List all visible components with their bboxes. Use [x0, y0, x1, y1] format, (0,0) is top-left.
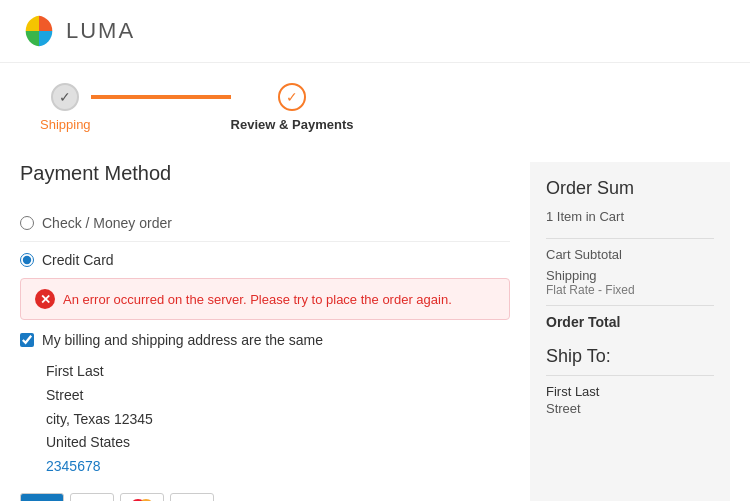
- luma-logo-icon: [20, 12, 58, 50]
- address-city-state: city, Texas 12345: [46, 408, 510, 432]
- check-money-order-option[interactable]: Check / Money order: [20, 205, 510, 242]
- sidebar-divider-1: [546, 238, 714, 239]
- accepted-cards: AMEX DISC VISA: [20, 493, 510, 501]
- main-content: Payment Method Check / Money order Credi…: [20, 162, 510, 501]
- address-country: United States: [46, 431, 510, 455]
- ship-to-title: Ship To:: [546, 346, 714, 367]
- step-payment-circle: ✓: [278, 83, 306, 111]
- order-total-row: Order Total: [546, 314, 714, 330]
- header: LUMA: [0, 0, 750, 63]
- shipping-row: Shipping Flat Rate - Fixed: [546, 268, 714, 297]
- check-money-order-radio[interactable]: [20, 216, 34, 230]
- ship-to-name: First Last: [546, 384, 714, 399]
- sidebar-divider-3: [546, 375, 714, 376]
- credit-card-option: Credit Card ✕ An error occurred on the s…: [20, 242, 510, 501]
- page-content: Payment Method Check / Money order Credi…: [0, 142, 750, 501]
- billing-same-label: My billing and shipping address are the …: [42, 332, 323, 348]
- credit-card-header: Credit Card: [20, 252, 510, 268]
- ship-to-street: Street: [546, 401, 714, 416]
- order-total-label: Order Total: [546, 314, 620, 330]
- step-payment-label: Review & Payments: [231, 117, 354, 132]
- sidebar-divider-2: [546, 305, 714, 306]
- visa-card-icon: VISA: [170, 493, 214, 501]
- step-shipping-label: Shipping: [40, 117, 91, 132]
- address-name: First Last: [46, 360, 510, 384]
- cart-subtotal-label: Cart Subtotal: [546, 247, 622, 262]
- logo-text: LUMA: [66, 18, 135, 44]
- mastercard-card-icon: [120, 493, 164, 501]
- check-money-order-label: Check / Money order: [42, 215, 172, 231]
- address-street: Street: [46, 384, 510, 408]
- checkout-progress: ✓ Shipping ✓ Review & Payments: [0, 63, 750, 142]
- discover-card-icon: DISC: [70, 493, 114, 501]
- items-in-cart: 1 Item in Cart: [546, 209, 714, 224]
- progress-connector: [91, 95, 231, 99]
- amex-card-icon: AMEX: [20, 493, 64, 501]
- error-icon: ✕: [35, 289, 55, 309]
- billing-same-checkbox-row[interactable]: My billing and shipping address are the …: [20, 332, 510, 348]
- order-summary-title: Order Sum: [546, 178, 714, 199]
- error-message: An error occurred on the server. Please …: [63, 292, 452, 307]
- address-phone[interactable]: 2345678: [46, 458, 101, 474]
- step-shipping-check-icon: ✓: [59, 89, 71, 105]
- error-x-icon: ✕: [40, 292, 51, 307]
- shipping-label: Shipping: [546, 268, 635, 283]
- billing-address-block: First Last Street city, Texas 12345 Unit…: [20, 360, 510, 479]
- order-summary-sidebar: Order Sum 1 Item in Cart Cart Subtotal S…: [530, 162, 730, 501]
- credit-card-radio[interactable]: [20, 253, 34, 267]
- logo-container: LUMA: [20, 12, 135, 50]
- payment-method-title: Payment Method: [20, 162, 510, 185]
- shipping-sublabel: Flat Rate - Fixed: [546, 283, 635, 297]
- credit-card-label: Credit Card: [42, 252, 114, 268]
- step-shipping-circle: ✓: [51, 83, 79, 111]
- billing-same-checkbox[interactable]: [20, 333, 34, 347]
- step-shipping: ✓ Shipping: [40, 83, 91, 132]
- step-payment: ✓ Review & Payments: [231, 83, 354, 132]
- cart-subtotal-row: Cart Subtotal: [546, 247, 714, 262]
- step-payment-check-icon: ✓: [286, 89, 298, 105]
- server-error-box: ✕ An error occurred on the server. Pleas…: [20, 278, 510, 320]
